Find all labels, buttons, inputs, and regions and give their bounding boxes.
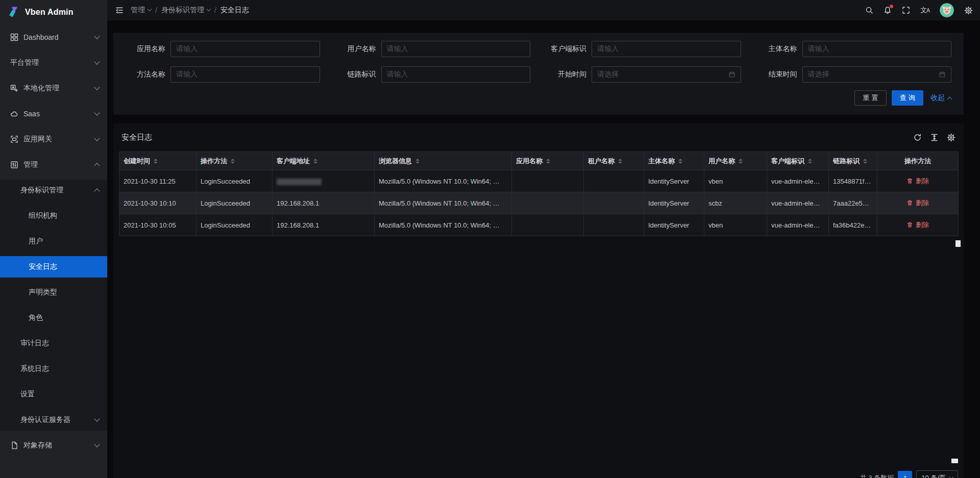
breadcrumb-label: 安全日志 bbox=[220, 6, 249, 15]
date-picker-input[interactable]: 请选择 bbox=[592, 66, 741, 83]
text-input[interactable]: 请输入 bbox=[802, 41, 952, 57]
sidebar-item-label: 平台管理 bbox=[10, 58, 39, 67]
action-cell: 删除 bbox=[877, 214, 959, 236]
search-icon[interactable] bbox=[865, 6, 873, 14]
row-height-icon[interactable] bbox=[930, 133, 939, 142]
sidebar-item[interactable]: 本地化管理 bbox=[0, 78, 107, 99]
table-cell: vue-admin-element bbox=[767, 192, 829, 214]
log-table: 创建时间操作方法客户端地址浏览器信息应用名称租户名称主体名称用户名称客户端标识链… bbox=[119, 152, 959, 236]
sidebar-item-label: Saas bbox=[23, 110, 40, 118]
reset-button[interactable]: 重 置 bbox=[854, 90, 886, 106]
column-header-inner: 操作方法 bbox=[904, 157, 931, 166]
sidebar-item[interactable]: 管理 bbox=[0, 154, 107, 175]
column-header: 创建时间 bbox=[119, 152, 197, 170]
sidebar-item[interactable]: 用户 bbox=[0, 231, 107, 252]
column-header: 主体名称 bbox=[644, 152, 704, 170]
table-cell: scbz bbox=[704, 192, 767, 214]
fullscreen-icon[interactable] bbox=[902, 6, 910, 14]
delete-label: 删除 bbox=[916, 198, 929, 208]
date-picker-input[interactable]: 请选择 bbox=[802, 66, 952, 83]
gateway-icon bbox=[10, 135, 18, 143]
action-cell: 删除 bbox=[877, 192, 959, 214]
sort-icon[interactable] bbox=[154, 159, 158, 164]
breadcrumb-item[interactable]: 管理 bbox=[131, 6, 151, 15]
topbar: 管理/身份标识管理/安全日志 文A bbox=[107, 0, 980, 20]
avatar[interactable] bbox=[940, 3, 954, 17]
column-header-inner[interactable]: 用户名称 bbox=[708, 157, 743, 166]
sidebar-item[interactable]: 系统日志 bbox=[0, 358, 107, 380]
delete-button[interactable]: 删除 bbox=[906, 177, 929, 186]
log-table-body: 2021-10-30 11:25LoginSucceededMozilla/5.… bbox=[119, 170, 959, 236]
menu-fold-icon[interactable] bbox=[115, 6, 124, 14]
breadcrumb-item[interactable]: 身份标识管理 bbox=[161, 6, 210, 15]
table-cell bbox=[584, 192, 644, 214]
sidebar-item[interactable]: 角色 bbox=[0, 307, 107, 329]
refresh-icon[interactable] bbox=[913, 133, 922, 142]
table-cell: LoginSucceeded bbox=[197, 170, 273, 192]
column-header-inner[interactable]: 链路标识 bbox=[833, 157, 867, 166]
sidebar-item[interactable]: 审计日志 bbox=[0, 333, 107, 354]
sidebar-item[interactable]: 组织机构 bbox=[0, 205, 107, 227]
notification-bell-icon[interactable] bbox=[884, 6, 892, 14]
localization-icon bbox=[10, 84, 18, 92]
translate-icon[interactable]: 文A bbox=[920, 6, 929, 15]
delete-button[interactable]: 删除 bbox=[906, 220, 929, 230]
column-header-inner[interactable]: 主体名称 bbox=[648, 157, 682, 166]
column-header-inner[interactable]: 浏览器信息 bbox=[379, 157, 420, 166]
sidebar-item[interactable]: Dashboard bbox=[0, 27, 107, 48]
input-placeholder: 请输入 bbox=[597, 44, 619, 54]
column-header-inner[interactable]: 客户端标识 bbox=[771, 157, 812, 166]
column-header-inner[interactable]: 应用名称 bbox=[516, 157, 550, 166]
sort-icon[interactable] bbox=[546, 159, 550, 164]
delete-label: 删除 bbox=[916, 220, 929, 230]
sidebar-item[interactable]: 应用网关 bbox=[0, 129, 107, 150]
breadcrumb-item[interactable]: 安全日志 bbox=[220, 6, 249, 15]
sidebar-item[interactable]: 身份认证服务器 bbox=[0, 409, 107, 431]
sidebar-item[interactable]: 平台管理 bbox=[0, 52, 107, 73]
horizontal-scrollbar-thumb[interactable] bbox=[951, 459, 958, 463]
sidebar-item-label: 用户 bbox=[29, 237, 43, 246]
text-input[interactable]: 请输入 bbox=[381, 66, 531, 83]
column-header-inner[interactable]: 创建时间 bbox=[124, 157, 158, 166]
text-input[interactable]: 请输入 bbox=[170, 66, 320, 83]
column-header-inner[interactable]: 操作方法 bbox=[201, 157, 235, 166]
table-cell: 192.168.208.1 bbox=[273, 192, 375, 214]
management-submenu: 身份标识管理组织机构用户安全日志声明类型角色审计日志系统日志设置身份认证服务器 bbox=[0, 180, 107, 431]
form-field: 主体名称请输入 bbox=[753, 41, 952, 57]
column-header-label: 主体名称 bbox=[648, 157, 675, 166]
field-label: 开始时间 bbox=[543, 70, 586, 79]
logo[interactable]: Vben Admin bbox=[0, 0, 107, 24]
sort-icon[interactable] bbox=[618, 159, 622, 164]
sort-icon[interactable] bbox=[678, 159, 682, 164]
column-header-inner[interactable]: 客户端地址 bbox=[277, 157, 317, 166]
collapse-link[interactable]: 收起 bbox=[930, 93, 951, 103]
column-settings-icon[interactable] bbox=[947, 133, 955, 142]
input-placeholder: 请选择 bbox=[597, 70, 619, 79]
text-input[interactable]: 请输入 bbox=[381, 41, 531, 57]
sidebar-item[interactable]: 对象存储 bbox=[0, 435, 107, 456]
text-input[interactable]: 请输入 bbox=[592, 41, 741, 57]
sidebar-item[interactable]: 设置 bbox=[0, 384, 107, 405]
text-input[interactable]: 请输入 bbox=[170, 41, 320, 57]
column-header: 客户端地址 bbox=[273, 152, 375, 170]
sort-icon[interactable] bbox=[231, 159, 235, 164]
table-row: 2021-10-30 10:10LoginSucceeded192.168.20… bbox=[119, 192, 959, 214]
page-size-select[interactable]: 10 条/页 bbox=[916, 470, 958, 478]
settings-gear-icon[interactable] bbox=[964, 6, 973, 15]
column-header-inner[interactable]: 租户名称 bbox=[588, 157, 622, 166]
chevron-up-icon bbox=[947, 96, 952, 102]
sidebar-item[interactable]: 声明类型 bbox=[0, 282, 107, 303]
sort-icon[interactable] bbox=[863, 159, 867, 164]
sidebar-item[interactable]: Saas bbox=[0, 103, 107, 124]
sort-icon[interactable] bbox=[808, 159, 812, 164]
sidebar-item[interactable]: 安全日志 bbox=[0, 256, 107, 278]
sort-icon[interactable] bbox=[739, 159, 743, 164]
dashboard-icon bbox=[10, 33, 18, 41]
table-vertical-scrollbar-thumb[interactable] bbox=[955, 240, 961, 247]
delete-button[interactable]: 删除 bbox=[906, 198, 929, 208]
pagination-page-1[interactable]: 1 bbox=[898, 471, 912, 478]
sort-icon[interactable] bbox=[415, 159, 420, 164]
search-button[interactable]: 查 询 bbox=[892, 90, 923, 106]
sidebar-item[interactable]: 身份标识管理 bbox=[0, 180, 107, 201]
sort-icon[interactable] bbox=[313, 159, 317, 164]
